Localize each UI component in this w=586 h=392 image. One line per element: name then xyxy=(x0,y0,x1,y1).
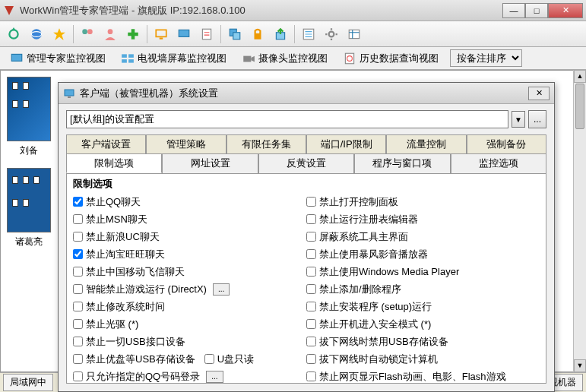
option-checkbox[interactable] xyxy=(306,337,316,346)
option-checkbox[interactable] xyxy=(73,354,83,364)
restriction-option[interactable]: 拔下网线时自动锁定计算机 xyxy=(306,351,540,367)
status-lan[interactable]: 局域网中 xyxy=(3,374,53,391)
restriction-option[interactable]: 禁止添加/删除程序 xyxy=(306,281,540,297)
restriction-option[interactable]: 禁止打开控制面板 xyxy=(306,194,540,210)
svg-rect-9 xyxy=(160,37,163,39)
restriction-option[interactable]: 禁止安装程序 (setup)运行 xyxy=(306,299,540,315)
tab-antiporn[interactable]: 反黄设置 xyxy=(258,153,354,173)
svg-rect-14 xyxy=(255,33,261,39)
tab-manage-policy[interactable]: 管理策略 xyxy=(146,134,226,153)
tab-traffic[interactable]: 流量控制 xyxy=(386,134,466,153)
toolbar-lock-icon[interactable] xyxy=(247,24,268,45)
option-checkbox[interactable] xyxy=(73,249,83,259)
restriction-option[interactable]: 禁止修改系统时间 xyxy=(73,299,306,315)
tab-port-ip[interactable]: 端口/IP限制 xyxy=(306,134,386,153)
config-browse-button[interactable]: ... xyxy=(528,110,546,128)
minimize-button[interactable]: — xyxy=(502,3,525,18)
restriction-option[interactable]: 拔下网线时禁用USB存储设备 xyxy=(306,334,540,349)
vertical-scrollbar[interactable]: ▲ ▼ xyxy=(573,70,586,372)
option-config-button[interactable]: ... xyxy=(206,371,223,383)
toolbar-add-icon[interactable] xyxy=(122,24,144,45)
viewtab-history[interactable]: 历史数据查询视图 xyxy=(336,49,445,68)
config-combo[interactable]: [默认组]的设置配置 xyxy=(66,110,508,128)
maximize-button[interactable]: □ xyxy=(525,3,548,18)
restriction-option[interactable]: 禁止网页显示Flash动画、电影、Flash游戏 xyxy=(306,368,540,384)
option-checkbox[interactable] xyxy=(73,232,83,242)
options-right-column: 禁止打开控制面板禁止运行注册表编辑器屏蔽系统工具主界面禁止使用暴风影音播放器禁止… xyxy=(306,194,540,384)
combo-dropdown-icon[interactable]: ▼ xyxy=(512,111,525,128)
toolbar-settings-icon[interactable] xyxy=(321,24,342,45)
tab-restrictions[interactable]: 限制选项 xyxy=(66,153,162,173)
restriction-option[interactable]: 智能禁止游戏运行 (DirectX)... xyxy=(73,281,306,297)
toolbar-globe-icon[interactable] xyxy=(26,24,47,45)
option-checkbox[interactable] xyxy=(306,319,316,329)
tab-url[interactable]: 网址设置 xyxy=(162,153,258,173)
restriction-option[interactable]: 禁止新浪UC聊天 xyxy=(73,229,306,245)
close-button[interactable]: ✕ xyxy=(548,3,583,18)
option-label: 拔下网线时自动锁定计算机 xyxy=(319,352,438,366)
option-checkbox[interactable] xyxy=(73,371,83,381)
toolbar-screen-icon[interactable] xyxy=(173,24,195,45)
option-checkbox[interactable] xyxy=(306,232,316,242)
dialog-close-button[interactable]: ✕ xyxy=(528,87,550,100)
option-checkbox[interactable] xyxy=(73,302,83,311)
option-checkbox[interactable] xyxy=(306,214,316,224)
tab-limited-tasks[interactable]: 有限任务集 xyxy=(226,134,306,153)
restriction-option[interactable]: 只允许指定的QQ号码登录... xyxy=(73,368,306,384)
restriction-option[interactable]: 禁止QQ聊天 xyxy=(73,194,306,210)
restriction-option[interactable]: 屏蔽系统工具主界面 xyxy=(306,229,540,245)
option-extra-checkbox[interactable] xyxy=(204,354,214,364)
restriction-option[interactable]: 禁止优盘等USB存储设备U盘只读 xyxy=(73,351,306,367)
toolbar-user-icon[interactable] xyxy=(100,24,121,45)
option-checkbox[interactable] xyxy=(306,197,316,207)
toolbar-users-icon[interactable] xyxy=(77,24,98,45)
option-checkbox[interactable] xyxy=(73,214,83,224)
option-checkbox[interactable] xyxy=(73,337,83,346)
viewtab-monitor[interactable]: 管理专家监控视图 xyxy=(3,49,112,68)
restriction-option[interactable]: 禁止中国移动飞信聊天 xyxy=(73,264,306,280)
option-checkbox[interactable] xyxy=(73,284,83,294)
svg-point-1 xyxy=(31,29,42,40)
option-config-button[interactable]: ... xyxy=(213,283,230,296)
tab-programs[interactable]: 程序与窗口项 xyxy=(354,153,450,173)
restriction-option[interactable]: 禁止使用暴风影音播放器 xyxy=(306,246,540,262)
tab-monitor-opts[interactable]: 监控选项 xyxy=(451,153,546,173)
sort-select[interactable]: 按备注排序 xyxy=(450,49,522,67)
toolbar-windows-icon[interactable] xyxy=(224,24,245,45)
option-checkbox[interactable] xyxy=(306,371,316,381)
toolbar-refresh-icon[interactable] xyxy=(3,24,24,45)
option-checkbox[interactable] xyxy=(73,197,83,207)
viewtab-camera[interactable]: 摄像头监控视图 xyxy=(235,49,334,68)
option-checkbox[interactable] xyxy=(306,302,316,311)
client-thumbnail[interactable]: 刘备 xyxy=(7,77,51,157)
window-title: WorkWin管理专家管理端 - 旗舰版 IP:192.168.0.100 xyxy=(20,4,502,17)
toolbar-report-icon[interactable] xyxy=(196,24,217,45)
option-label: 禁止打开控制面板 xyxy=(319,195,398,209)
client-thumbnail[interactable]: 诸葛亮 xyxy=(7,168,51,248)
option-checkbox[interactable] xyxy=(73,267,83,277)
option-checkbox[interactable] xyxy=(306,354,316,364)
viewtab-tvwall[interactable]: 电视墙屏幕监控视图 xyxy=(114,49,233,68)
restriction-option[interactable]: 禁止MSN聊天 xyxy=(73,211,306,227)
tab-backup[interactable]: 强制备份 xyxy=(467,134,546,153)
restriction-option[interactable]: 禁止淘宝旺旺聊天 xyxy=(73,246,306,262)
tab-client-settings[interactable]: 客户端设置 xyxy=(66,134,146,153)
option-checkbox[interactable] xyxy=(306,267,316,277)
restriction-option[interactable]: 禁止使用Windows Media Player xyxy=(306,264,540,280)
option-checkbox[interactable] xyxy=(306,284,316,294)
scroll-up-icon[interactable]: ▲ xyxy=(574,70,586,83)
toolbar-list-icon[interactable] xyxy=(298,24,319,45)
restriction-option[interactable]: 禁止一切USB接口设备 xyxy=(73,334,306,349)
restriction-option[interactable]: 禁止运行注册表编辑器 xyxy=(306,211,540,227)
toolbar-star-icon[interactable] xyxy=(49,24,70,45)
restriction-option[interactable]: 禁止光驱 (*) xyxy=(73,316,306,332)
toolbar-monitor-icon[interactable] xyxy=(150,24,172,45)
option-checkbox[interactable] xyxy=(73,319,83,329)
scroll-down-icon[interactable]: ▼ xyxy=(574,359,586,372)
scroll-thumb[interactable] xyxy=(575,84,584,129)
restriction-option[interactable]: 禁止开机进入安全模式 (*) xyxy=(306,316,540,332)
toolbar-export-icon[interactable] xyxy=(270,24,291,45)
option-checkbox[interactable] xyxy=(306,249,316,259)
main-titlebar: WorkWin管理专家管理端 - 旗舰版 IP:192.168.0.100 — … xyxy=(0,0,586,21)
toolbar-listview-icon[interactable] xyxy=(344,24,365,45)
